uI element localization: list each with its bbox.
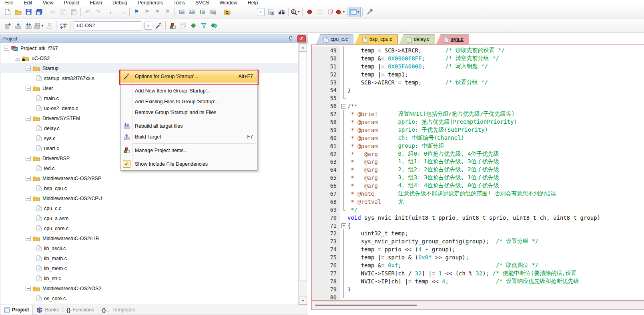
menu-item-options-for-group-startup-[interactable]: Options for Group 'Startup'...Alt+F7 (120, 70, 257, 82)
manage-project-items-icon[interactable] (167, 21, 178, 30)
collapse-icon[interactable] (26, 236, 31, 241)
fold-collapse-icon[interactable] (340, 102, 347, 110)
editor-tab-bsp-cpu-c[interactable]: bsp_cpu.c (355, 34, 398, 44)
project-window-toggle-icon[interactable]: ▼ (349, 7, 361, 17)
batch-build-icon[interactable]: ▼ (34, 21, 44, 30)
menu-item-add-existing-files-to-group-startup-[interactable]: Add Existing Files to Group 'Startup'... (120, 96, 257, 107)
menu-window[interactable]: Window (214, 0, 242, 6)
uncomment-icon[interactable] (208, 7, 218, 17)
tree-item-uc-os2[interactable]: ✱uC-OS2 (1, 53, 298, 63)
close-icon[interactable]: ✗ (297, 35, 306, 42)
translate-file-icon[interactable] (2, 21, 13, 30)
tree-item-lib-math-c[interactable]: lib_math.c (1, 253, 298, 263)
editor-tab-cpu-c-c[interactable]: cpu_c.c (316, 34, 353, 44)
menu-help[interactable]: Help (243, 0, 263, 6)
menu-edit[interactable]: Edit (18, 0, 38, 6)
manage-run-time-environment-icon[interactable] (188, 21, 199, 30)
manage-components-icon[interactable] (178, 21, 188, 30)
pack-installer-icon[interactable] (209, 21, 219, 30)
menu-view[interactable]: View (38, 0, 59, 6)
collapse-icon[interactable] (26, 66, 31, 71)
start-debug-session-icon[interactable]: d▼ (290, 7, 301, 17)
chevron-down-icon[interactable]: ▼ (41, 24, 44, 28)
tree-item-lib-ascii-c[interactable]: lib_ascii.c (1, 243, 298, 253)
fold-collapse-icon[interactable] (340, 222, 347, 230)
tree-item-middlewares-uc-os2-os2[interactable]: Middlewares/uC-OS2/OS2 (1, 283, 298, 293)
find-in-files-icon[interactable] (266, 7, 276, 17)
collapse-icon[interactable] (26, 156, 31, 161)
save-icon[interactable] (23, 7, 34, 17)
insert-breakpoint-icon[interactable] (304, 7, 315, 17)
hscrollbar-thumb[interactable] (315, 305, 417, 306)
menu-svcs[interactable]: SVCS (190, 0, 214, 6)
tree-scrollbar[interactable]: ▲ ▼ (298, 43, 307, 305)
enable-breakpoint-icon[interactable] (315, 7, 325, 17)
collapse-icon[interactable] (26, 286, 31, 291)
editor-hscrollbar[interactable] (311, 301, 644, 310)
configure-tools-icon[interactable] (364, 7, 375, 17)
search-combo-icon[interactable]: ∨ (255, 7, 266, 17)
select-software-packs-icon[interactable] (199, 21, 209, 30)
tree-item-lib-mem-c[interactable]: lib_mem.c (1, 263, 298, 273)
menu-item-show-include-file-dependencies[interactable]: ✓Show Include File Dependencies (120, 159, 257, 169)
save-all-icon[interactable] (34, 7, 44, 17)
editor-tab-sys-c[interactable]: sys.c (436, 34, 469, 44)
scroll-up-icon[interactable]: ▲ (299, 43, 307, 51)
comment-icon[interactable] (197, 7, 208, 17)
menu-item-build-target[interactable]: Build TargetF7 (120, 131, 257, 142)
download-icon[interactable]: LOAD (58, 21, 68, 30)
redo-icon[interactable]: ↷ (93, 7, 103, 17)
menu-item-rebuild-all-target-files[interactable]: Rebuild all target files (120, 120, 257, 131)
pin-icon[interactable] (287, 36, 294, 42)
target-dropdown-icon[interactable]: ∨ (143, 21, 153, 30)
clear-bookmarks-icon[interactable]: ⚑ (163, 7, 173, 17)
build-icon[interactable] (13, 21, 23, 30)
tree-item-os-core-c[interactable]: os_core.c (1, 293, 298, 303)
menu-project[interactable]: Project (59, 0, 85, 6)
collapse-icon[interactable] (15, 56, 20, 61)
tree-item-cpu-a-asm[interactable]: cpu_a.asm (1, 213, 298, 223)
indent-icon[interactable] (177, 7, 187, 17)
disable-all-breakpoints-icon[interactable] (325, 7, 335, 17)
find-in-files-folder-icon[interactable] (222, 7, 232, 17)
editor-tab-delay-c[interactable]: delay.c (399, 34, 435, 44)
outdent-icon[interactable] (187, 7, 197, 17)
incremental-find-icon[interactable] (276, 7, 287, 17)
tree-item-cpu-c-c[interactable]: cpu_c.c (1, 203, 298, 213)
next-bookmark-icon[interactable]: ⚑ (142, 7, 152, 17)
collapse-icon[interactable] (26, 196, 31, 201)
panel-tab-functions[interactable]: {}Functions (63, 305, 98, 315)
tree-item-middlewares-uc-os2-lib[interactable]: Middlewares/uC-OS2/LIB (1, 233, 298, 243)
copy-icon[interactable] (58, 7, 68, 17)
navigate-back-icon[interactable]: ← (107, 7, 117, 17)
scroll-down-icon[interactable]: ▼ (299, 297, 307, 305)
panel-tab-books[interactable]: Books (33, 305, 62, 315)
menu-tools[interactable]: Tools (168, 0, 190, 6)
collapse-icon[interactable] (26, 86, 31, 91)
code-view[interactable]: 49 temp = SCB->AIRCR; /* 读取先前的设置 */50 te… (311, 44, 644, 301)
insert-bookmark-icon[interactable]: ⚑ (131, 7, 142, 17)
menu-file[interactable]: File (0, 0, 18, 6)
chevron-down-icon[interactable]: ▼ (342, 10, 345, 14)
undo-icon[interactable]: ↶ (82, 7, 93, 17)
tree-item-bsp-cpu-c[interactable]: bsp_cpu.c (1, 183, 298, 193)
navigate-forward-icon[interactable]: → (117, 7, 128, 17)
collapse-icon[interactable] (26, 176, 31, 181)
prev-bookmark-icon[interactable]: ⚑ (152, 7, 163, 17)
tree-item-middlewares-uc-os2-bsp[interactable]: Middlewares/uC-OS2/BSP (1, 173, 298, 183)
tree-item-project-atk-f767[interactable]: Project: atk_f767 (1, 43, 298, 53)
menu-item-manage-project-items-[interactable]: Manage Project Items... (120, 145, 257, 156)
tree-item-lib-str-c[interactable]: lib_str.c (1, 273, 298, 283)
chevron-down-icon[interactable]: ▼ (357, 10, 360, 14)
stop-build-icon[interactable] (44, 21, 54, 30)
collapse-icon[interactable] (26, 116, 31, 121)
menu-item-add-new-item-to-group-startup-[interactable]: Add New Item to Group 'Startup'... (120, 85, 257, 96)
scrollbar-thumb[interactable] (299, 51, 307, 281)
new-file-icon[interactable] (2, 7, 13, 17)
menu-debug[interactable]: Debug (107, 0, 132, 6)
menu-peripherals[interactable]: Peripherals (132, 0, 168, 6)
cut-icon[interactable]: ✂ (48, 7, 58, 17)
options-for-target-icon[interactable] (153, 21, 164, 30)
rebuild-icon[interactable] (23, 21, 34, 30)
menu-flash[interactable]: Flash (84, 0, 107, 6)
